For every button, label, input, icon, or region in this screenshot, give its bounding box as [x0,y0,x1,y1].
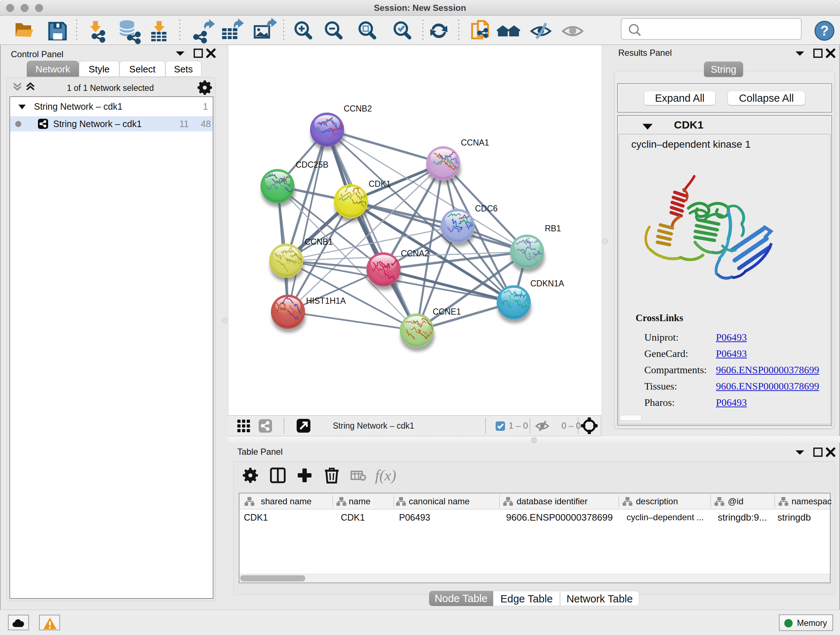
svg-text:f(x): f(x) [375,467,396,484]
svg-text:HIST1H1A: HIST1H1A [306,296,346,306]
svg-text:CDKN1A: CDKN1A [531,279,564,288]
svg-text:CDC25B: CDC25B [295,160,328,169]
svg-text:CDC6: CDC6 [475,204,498,213]
svg-text:CCNA2: CCNA2 [401,249,429,258]
svg-text:CCNB2: CCNB2 [344,104,372,113]
svg-text:CDK1: CDK1 [369,179,391,188]
svg-text:RB1: RB1 [545,224,561,233]
svg-text:CCNE1: CCNE1 [433,307,461,317]
svg-text:CCNA1: CCNA1 [461,138,489,147]
svg-text:CCNB1: CCNB1 [305,237,333,247]
svg-text:?: ? [820,23,829,38]
